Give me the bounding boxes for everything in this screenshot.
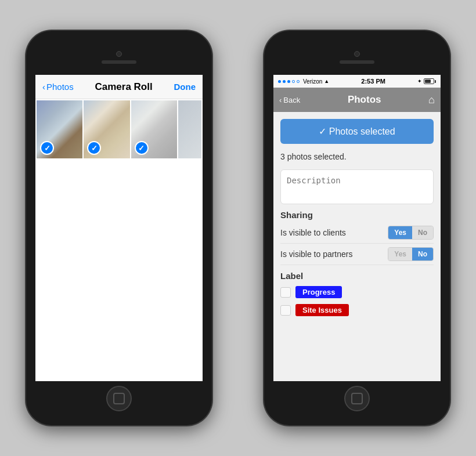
right-home-button-inner	[351, 393, 363, 404]
signal-dot-5	[297, 80, 300, 83]
left-done-button[interactable]: Done	[174, 82, 196, 92]
partners-no[interactable]: No	[412, 248, 433, 260]
left-screen: ‹ Photos Camera Roll Done ✓ ✓ ✓	[35, 75, 203, 381]
clients-toggle-row: Is visible to clients Yes No	[280, 222, 434, 244]
clients-no[interactable]: No	[412, 226, 433, 239]
battery-indicator	[424, 78, 436, 84]
signal-dot-3	[287, 80, 290, 83]
label-item-site-issues: Site Issues	[280, 301, 434, 319]
label-item-progress: Progress	[280, 283, 434, 301]
photos-selected-button[interactable]: ✓ Photos selected	[280, 119, 434, 144]
right-bottom-bezel	[273, 381, 441, 416]
photo-grid: ✓ ✓ ✓	[35, 99, 203, 160]
battery-body	[424, 78, 434, 84]
signal-dot-2	[283, 80, 286, 83]
left-phone: ‹ Photos Camera Roll Done ✓ ✓ ✓	[26, 31, 212, 425]
right-home-button[interactable]	[344, 386, 370, 411]
site-issues-tag: Site Issues	[295, 304, 349, 316]
left-back-button[interactable]: ‹ Photos	[42, 82, 74, 92]
status-left: Verizon ▲	[278, 78, 329, 85]
right-back-chevron: ‹	[279, 96, 282, 104]
wifi-icon: ▲	[324, 78, 329, 84]
left-back-chevron: ‹	[42, 82, 45, 92]
signal-dot-1	[278, 80, 281, 83]
label-section: Label Progress Site Issues	[280, 271, 434, 319]
right-nav-title: Photos	[348, 94, 381, 106]
carrier-label: Verizon	[303, 78, 322, 85]
sharing-section: Sharing Is visible to clients Yes No Is …	[280, 210, 434, 265]
photo-thumb-3[interactable]: ✓	[131, 100, 177, 158]
right-top-bezel	[273, 40, 441, 75]
home-icon[interactable]: ⌂	[428, 94, 435, 106]
left-bottom-bezel	[35, 381, 203, 416]
label-title: Label	[280, 271, 434, 281]
right-camera	[354, 51, 360, 57]
right-back-button[interactable]: ‹ Back	[279, 96, 300, 104]
right-nav-bar: ‹ Back Photos ⌂	[273, 88, 441, 112]
partners-toggle-row: Is visible to partners Yes No	[280, 244, 434, 265]
right-screen: Verizon ▲ 2:53 PM ✦ ‹ Back Photos ⌂	[273, 75, 441, 381]
left-home-button[interactable]	[106, 386, 132, 411]
progress-checkbox[interactable]	[280, 287, 291, 298]
clients-label: Is visible to clients	[280, 228, 346, 237]
right-phone: Verizon ▲ 2:53 PM ✦ ‹ Back Photos ⌂	[264, 31, 450, 425]
left-nav-bar: ‹ Photos Camera Roll Done	[35, 75, 203, 99]
left-nav-title: Camera Roll	[95, 81, 153, 93]
status-time: 2:53 PM	[361, 78, 385, 85]
left-back-label: Photos	[46, 82, 74, 92]
description-input[interactable]	[280, 169, 434, 204]
signal-dot-4	[292, 80, 295, 83]
photo-check-3: ✓	[135, 141, 149, 155]
partners-yes[interactable]: Yes	[388, 248, 412, 260]
partners-toggle[interactable]: Yes No	[388, 247, 434, 261]
bluetooth-icon: ✦	[417, 78, 422, 84]
photos-count-label: 3 photos selected.	[280, 150, 434, 164]
photo-thumb-2[interactable]: ✓	[84, 100, 129, 158]
right-speaker	[340, 60, 374, 64]
clients-toggle[interactable]: Yes No	[388, 226, 434, 240]
sharing-title: Sharing	[280, 210, 434, 220]
site-issues-checkbox[interactable]	[280, 305, 291, 316]
progress-tag: Progress	[295, 286, 342, 298]
right-content: ✓ Photos selected 3 photos selected. Sha…	[273, 112, 441, 381]
battery-fill	[425, 79, 431, 83]
status-bar: Verizon ▲ 2:53 PM ✦	[273, 75, 441, 88]
battery-tip	[435, 80, 436, 83]
left-home-button-inner	[113, 393, 125, 404]
left-speaker	[102, 60, 136, 64]
left-top-bezel	[35, 40, 203, 75]
left-camera	[116, 51, 122, 57]
photo-check-2: ✓	[87, 141, 101, 155]
photo-thumb-partial	[178, 100, 201, 158]
clients-yes[interactable]: Yes	[388, 226, 412, 239]
partners-label: Is visible to partners	[280, 249, 353, 259]
photo-check-1: ✓	[40, 141, 54, 155]
status-right: ✦	[417, 78, 436, 84]
right-back-label: Back	[283, 96, 300, 104]
photo-thumb-1[interactable]: ✓	[37, 100, 82, 158]
